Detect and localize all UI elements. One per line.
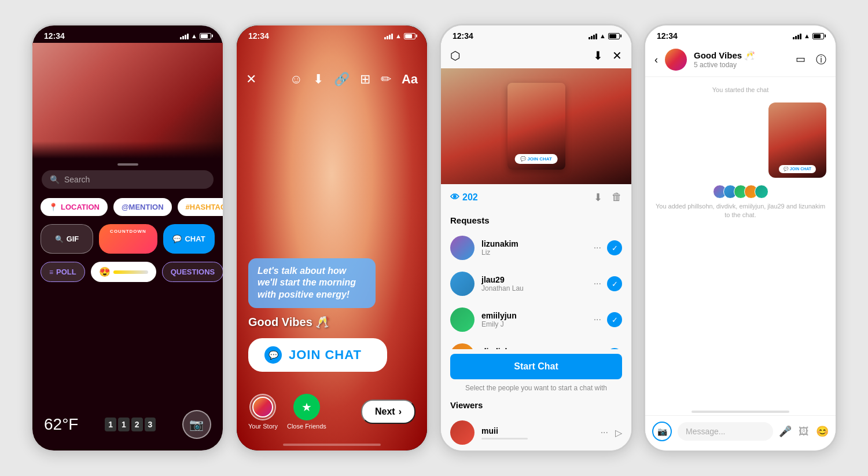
send-icon[interactable]: ▷	[615, 427, 622, 438]
user-actions-jlau29: ··· ✓	[594, 276, 622, 291]
sticker-location[interactable]: 📍 LOCATION	[41, 198, 108, 216]
camera-input-button[interactable]: 📷	[652, 422, 672, 441]
close-friends-label: Close Friends	[287, 423, 326, 430]
phone1-bottom: 62°F 1 1 2 3 📷	[32, 404, 223, 451]
video-call-icon[interactable]: ▭	[796, 53, 806, 67]
user-info-lizunakim: lizunakim Liz	[481, 239, 587, 257]
info-icon[interactable]: ⓘ	[816, 53, 826, 67]
close-icon[interactable]: ✕	[246, 72, 256, 87]
added-message: You added phillsohn, divdivk, emiilyjun,…	[654, 202, 826, 220]
goodvibes-text: Good Vibes 🥂	[248, 315, 415, 329]
story-thumbnail: 💬 JOIN CHAT	[441, 68, 631, 184]
sticker-questions[interactable]: QUESTIONS	[162, 262, 223, 282]
sticker-hashtag[interactable]: #HASHTAG	[178, 198, 223, 216]
start-chat-button[interactable]: Start Chat	[450, 354, 622, 379]
story-content-area: Let's talk about how we'll start the mor…	[237, 93, 427, 383]
username-divdivk: divdivk	[481, 347, 587, 349]
search-bar[interactable]: 🔍 Search	[42, 170, 214, 189]
approve-check[interactable]: ✓	[607, 240, 622, 255]
story-tools-right: ☺ ⬇ 🔗 ⊞ ✏ Aa	[289, 72, 418, 87]
sticker-gif[interactable]: 🔍 GIF	[41, 224, 93, 254]
chat-header: ‹ Good Vibes 🥂 5 active today ▭ ⓘ	[645, 43, 836, 77]
search-placeholder: Search	[64, 175, 90, 184]
message-input[interactable]: Message...	[678, 422, 773, 441]
realname-emiilyjun: Emily J	[481, 320, 587, 328]
draw-icon[interactable]: ✏	[381, 72, 391, 87]
mic-icon[interactable]: 🎤	[779, 425, 792, 438]
gallery-icon[interactable]: 🖼	[799, 426, 809, 438]
story-image-bubble: 💬 JOIN CHAT	[768, 102, 826, 178]
user-actions-lizunakim: ··· ✓	[594, 240, 622, 255]
phone1-time: 12:34	[44, 31, 65, 41]
search-icon: 🔍	[50, 175, 60, 184]
phone1-status-icons: ▲	[180, 32, 211, 39]
camera-input-icon: 📷	[657, 427, 667, 436]
approve-check-3[interactable]: ✓	[607, 312, 622, 327]
link-icon[interactable]: 🔗	[334, 72, 350, 87]
chat-sticker-text: Let's talk about how we'll start the mor…	[258, 265, 366, 301]
user-item-emiilyjun: emiilyjun Emily J ··· ✓	[441, 302, 631, 338]
username-lizunakim: lizunakim	[481, 239, 587, 248]
select-hint: Select the people you want to start a ch…	[441, 384, 631, 392]
phone4-frame: 12:34 ▲ ‹ Good Vibes 🥂 5 active today ▭ …	[643, 24, 837, 452]
more-options-icon-2[interactable]: ···	[594, 279, 601, 289]
user-info-jlau29: jlau29 Jonathan Lau	[481, 275, 587, 292]
avatar-divdivk	[450, 343, 475, 349]
sticker-emoji-slider[interactable]: 😍	[91, 262, 156, 282]
save-story-icon[interactable]: ⬇	[594, 191, 602, 204]
home-indicator	[283, 444, 381, 446]
battery-icon-3	[608, 33, 620, 39]
join-chat-mini: 💬 JOIN CHAT	[514, 154, 558, 164]
drag-handle[interactable]	[117, 163, 138, 166]
your-story-option[interactable]: Your Story	[248, 394, 278, 430]
more-options-icon[interactable]: ···	[594, 243, 601, 253]
text-icon[interactable]: Aa	[402, 72, 418, 87]
avatar-muii	[450, 420, 475, 445]
more-options-icon-3[interactable]: ···	[594, 314, 601, 325]
flip-digit-1: 1	[105, 418, 116, 431]
sticker-countdown[interactable]: COUNTDOWN	[99, 224, 157, 254]
chat-bubble-icon: 💬	[172, 235, 182, 243]
story-thumb-inner: 💬 JOIN CHAT	[507, 83, 565, 170]
back-button[interactable]: ‹	[654, 54, 658, 66]
search-gif-icon: 🔍	[55, 235, 64, 243]
phone4-status-icons: ▲	[793, 32, 824, 39]
close-friends-option[interactable]: ★ Close Friends	[287, 394, 326, 430]
approve-check-2[interactable]: ✓	[607, 276, 622, 291]
download-icon[interactable]: ⬇	[313, 72, 323, 87]
approve-check-4[interactable]: ✓	[607, 348, 622, 349]
phone2-status-icons: ▲	[384, 32, 415, 39]
phone4-time: 12:34	[657, 31, 678, 41]
story-toolbar: ✕ ☺ ⬇ 🔗 ⊞ ✏ Aa	[237, 43, 427, 93]
user-item-lizunakim: lizunakim Liz ··· ✓	[441, 230, 631, 266]
sticker-chat[interactable]: 💬 CHAT	[163, 224, 215, 254]
layout-icon[interactable]: ⊞	[360, 72, 370, 87]
sticker-input-icon[interactable]: 😊	[816, 425, 829, 438]
delete-story-icon[interactable]: 🗑	[612, 191, 622, 204]
user-actions-emiilyjun: ··· ✓	[594, 312, 622, 327]
active-count: 5 active today	[694, 61, 789, 69]
camera-button[interactable]: 📷	[182, 410, 211, 439]
chat-sticker[interactable]: Let's talk about how we'll start the mor…	[248, 258, 376, 308]
sticker-poll[interactable]: ≡ POLL	[41, 262, 85, 282]
username-muii: muii	[481, 426, 594, 435]
join-chat-overlay: 💬 JOIN CHAT	[779, 165, 816, 173]
your-story-circle	[249, 394, 276, 420]
views-count: 👁 202	[450, 192, 478, 203]
close-story-icon[interactable]: ✕	[612, 49, 622, 63]
close-friends-circle: ★	[293, 394, 320, 420]
avatar-jlau29	[450, 272, 475, 296]
download-story-icon[interactable]: ⬇	[593, 49, 603, 63]
phone3-time: 12:34	[453, 31, 473, 41]
muii-more-icon[interactable]: ···	[601, 427, 608, 438]
next-label: Next	[375, 407, 395, 417]
wifi-icon: ▲	[191, 32, 197, 39]
sticker-mention[interactable]: @MENTION	[113, 198, 172, 216]
next-button[interactable]: Next ›	[361, 400, 415, 424]
wifi-icon-4: ▲	[804, 32, 810, 39]
camera-icon: 📷	[189, 418, 204, 431]
sticker-tool-icon[interactable]: ☺	[289, 72, 302, 87]
flip-digit-2: 1	[118, 418, 130, 431]
temperature-display: 62°F	[44, 415, 78, 434]
join-chat-button[interactable]: 💬 JOIN CHAT	[248, 338, 387, 372]
